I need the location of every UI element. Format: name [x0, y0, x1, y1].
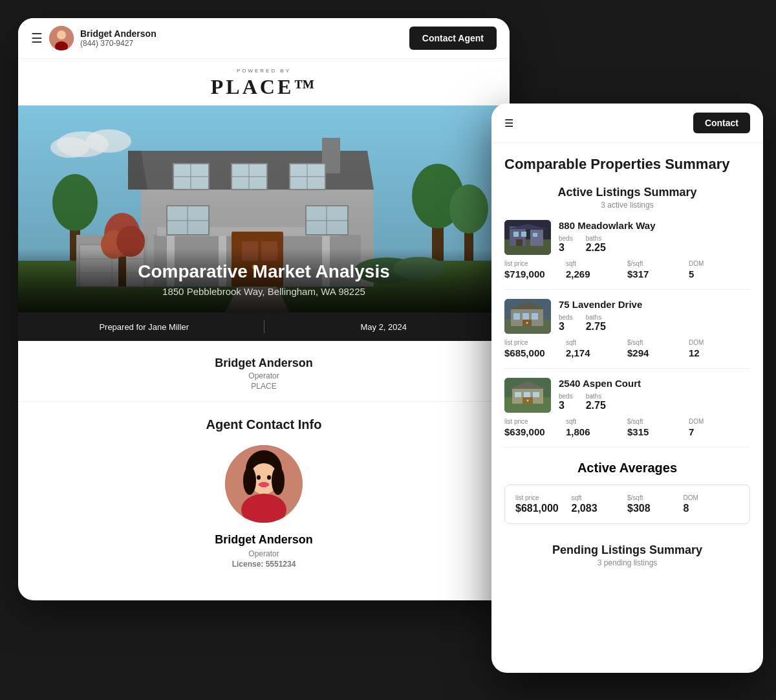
price-value-3: $639,000 — [504, 426, 545, 437]
detail-sqft-2: sqft 2,174 — [566, 339, 627, 359]
agent-info: ☰ Bridget Anderson (844) 370-9427 — [31, 26, 156, 50]
dom-label-1: DOM — [689, 260, 750, 267]
agent-byline: Bridget Anderson Operator PLACE — [18, 341, 510, 402]
contact-agent-button[interactable]: Contact Agent — [409, 27, 497, 50]
avg-ppsqft-label: $/sqft — [627, 494, 684, 501]
detail-sqft-3: sqft 1,806 — [566, 418, 627, 438]
detail-price-3: list price $639,000 — [504, 418, 566, 438]
svg-rect-90 — [533, 392, 539, 397]
place-logo: PLACE™ — [18, 75, 510, 99]
ppsqft-value-3: $315 — [627, 426, 649, 437]
detail-sqft-1: sqft 2,269 — [566, 260, 627, 280]
pending-title: Pending Listings Summary — [504, 543, 750, 557]
detail-dom-2: DOM 12 — [689, 339, 750, 359]
property-card-3: 2540 Aspen Court beds 3 baths 2.75 — [504, 378, 750, 448]
property-beds-baths-3: beds 3 baths 2.75 — [559, 393, 750, 411]
agent-phone: (844) 370-9427 — [80, 39, 156, 48]
active-listings-section: Active Listings Summary 3 active listing… — [504, 186, 750, 448]
agent-photo — [225, 445, 303, 523]
property-info-1: 880 Meadowlark Way beds 3 baths 2.25 — [559, 220, 750, 255]
active-averages-section: Active Averages list price $681,000 sqft… — [504, 461, 750, 524]
svg-rect-74 — [516, 239, 523, 246]
main-title: Comparable Properties Summary — [504, 156, 750, 173]
beds-label-2: beds — [559, 314, 573, 321]
agent-name: Bridget Anderson — [80, 28, 156, 39]
ppsqft-value-2: $294 — [627, 347, 649, 358]
pending-section: Pending Listings Summary 3 pending listi… — [504, 537, 750, 567]
avg-dom-label: DOM — [684, 494, 740, 501]
property-address-2: 75 Lavender Drive — [559, 299, 750, 310]
property-beds-2: beds 3 — [559, 314, 573, 333]
avg-sqft-label: sqft — [572, 494, 628, 501]
svg-rect-80 — [523, 313, 529, 320]
active-listings-subtitle: 3 active listings — [504, 201, 750, 210]
sqft-value-1: 2,269 — [566, 268, 590, 279]
menu-icon[interactable]: ☰ — [31, 30, 43, 46]
agent-name-info: Bridget Anderson (844) 370-9427 — [80, 28, 156, 48]
prepared-date: May 2, 2024 — [284, 322, 484, 332]
dom-value-2: 12 — [689, 347, 700, 358]
property-thumb-1 — [504, 220, 551, 255]
baths-label-2: baths — [586, 314, 606, 321]
property-card-1: 880 Meadowlark Way beds 3 baths 2.25 — [504, 220, 750, 290]
sqft-value-3: 1,806 — [566, 426, 590, 437]
branding: POWERED BY PLACE™ — [18, 59, 510, 105]
sqft-label-1: sqft — [566, 260, 627, 267]
property-beds-3: beds 3 — [559, 393, 573, 411]
right-tablet-header: ☰ Contact — [491, 104, 763, 143]
hero-overlay: Comparative Market Analysis 1850 Pebbleb… — [18, 248, 510, 312]
property-address-3: 2540 Aspen Court — [559, 378, 750, 389]
prepared-for: Prepared for Jane Miller — [44, 322, 244, 332]
beds-value-1: 3 — [559, 242, 565, 253]
avg-price-label: list price — [515, 494, 572, 501]
contact-agent-license: License: 5551234 — [31, 560, 497, 569]
contact-info-title: Agent Contact Info — [31, 417, 497, 432]
ppsqft-label-1: $/sqft — [627, 260, 689, 267]
agent-byline-name: Bridget Anderson — [31, 356, 497, 370]
svg-point-83 — [526, 322, 528, 324]
detail-ppsqft-1: $/sqft $317 — [627, 260, 689, 280]
baths-value-3: 2.75 — [586, 400, 606, 411]
hero-title: Comparative Market Analysis — [31, 261, 497, 282]
avg-sqft-col: sqft 2,083 — [572, 494, 628, 514]
dom-value-1: 5 — [689, 268, 694, 279]
svg-point-60 — [272, 466, 285, 495]
property-baths-1: baths 2.25 — [586, 235, 606, 254]
property-info-2: 75 Lavender Drive beds 3 baths 2.75 — [559, 299, 750, 334]
contact-agent-role: Operator — [31, 549, 497, 558]
contact-info-section: Agent Contact Info — [18, 402, 510, 584]
property-card-2: 75 Lavender Drive beds 3 baths 2.75 — [504, 299, 750, 369]
svg-point-92 — [527, 400, 529, 402]
hero-image: Comparative Market Analysis 1850 Pebbleb… — [18, 105, 510, 312]
baths-label-1: baths — [586, 235, 606, 242]
avg-dom-col: DOM 8 — [684, 494, 740, 514]
prepared-bar: Prepared for Jane Miller May 2, 2024 — [18, 312, 510, 341]
svg-rect-89 — [524, 392, 530, 397]
price-value-1: $719,000 — [504, 268, 545, 279]
svg-rect-73 — [533, 233, 537, 237]
svg-rect-88 — [515, 392, 521, 397]
ppsqft-value-1: $317 — [627, 268, 649, 279]
prepared-divider — [264, 320, 264, 333]
beds-value-3: 3 — [559, 400, 565, 411]
right-contact-button[interactable]: Contact — [693, 113, 750, 133]
property-thumb-3 — [504, 378, 551, 413]
property-card-1-header: 880 Meadowlark Way beds 3 baths 2.25 — [504, 220, 750, 255]
active-listings-title: Active Listings Summary — [504, 186, 750, 199]
contact-agent-name: Bridget Anderson — [31, 533, 497, 547]
right-tablet-content: Comparable Properties Summary Active Lis… — [491, 143, 763, 673]
price-value-2: $685,000 — [504, 347, 545, 358]
property-beds-1: beds 3 — [559, 235, 573, 254]
property-details-1: list price $719,000 sqft 2,269 $/sqft $3… — [504, 260, 750, 280]
right-menu-icon[interactable]: ☰ — [504, 117, 513, 129]
beds-value-2: 3 — [559, 321, 565, 332]
svg-rect-70 — [530, 230, 543, 246]
svg-point-62 — [267, 476, 271, 480]
detail-price-2: list price $685,000 — [504, 339, 566, 359]
detail-ppsqft-2: $/sqft $294 — [627, 339, 689, 359]
agent-byline-company: PLACE — [31, 382, 497, 391]
sqft-value-2: 2,174 — [566, 347, 590, 358]
beds-label-1: beds — [559, 235, 573, 242]
averages-title: Active Averages — [504, 461, 750, 476]
property-details-3: list price $639,000 sqft 1,806 $/sqft $3… — [504, 418, 750, 438]
